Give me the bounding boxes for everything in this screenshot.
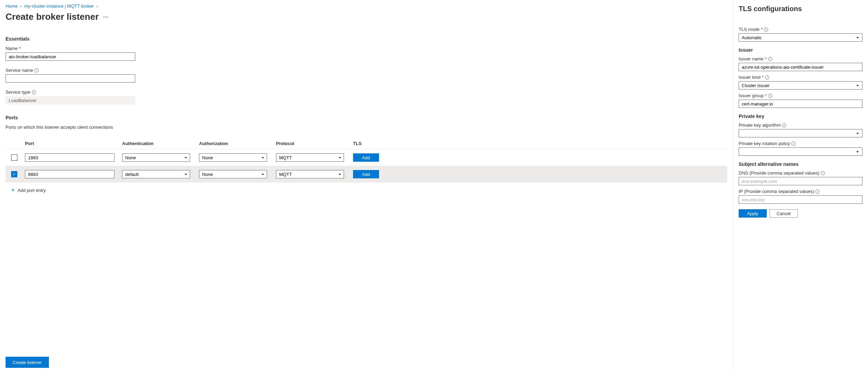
issuer-name-label-text: Issuer name — [739, 56, 764, 61]
name-field-group: Name * — [6, 46, 727, 61]
apply-button[interactable]: Apply — [739, 209, 767, 218]
ports-table: Port Authentication Authorization Protoc… — [6, 138, 727, 183]
info-icon[interactable]: i — [791, 142, 796, 146]
required-asterisk: * — [19, 46, 21, 51]
issuer-kind-label-text: Issuer kind — [739, 75, 760, 80]
ports-subtitle: Ports on which this listener accepts cli… — [6, 125, 727, 130]
add-port-entry-button[interactable]: + Add port entry — [11, 187, 727, 194]
name-label-text: Name — [6, 46, 18, 51]
issuer-group-label: Issuer group * i — [739, 93, 862, 98]
breadcrumb: Home › my-cluster-instance | MQTT broker… — [6, 3, 727, 9]
add-port-label: Add port entry — [18, 188, 46, 193]
info-icon[interactable]: i — [34, 68, 38, 73]
ip-label: IP (Provide comma separated values) i — [739, 189, 862, 194]
service-name-label-text: Service name — [6, 68, 33, 73]
required-asterisk: * — [762, 75, 764, 80]
tls-mode-select[interactable]: Automatic — [739, 33, 862, 42]
info-icon[interactable]: i — [782, 123, 786, 127]
proto-select[interactable]: MQTT — [276, 170, 344, 178]
tls-add-button[interactable]: Add — [353, 153, 379, 162]
service-type-input — [6, 96, 135, 104]
info-icon[interactable]: i — [768, 57, 772, 61]
breadcrumb-cluster[interactable]: my-cluster-instance | MQTT broker — [24, 3, 94, 9]
auth-select[interactable]: None — [122, 153, 190, 162]
name-input[interactable] — [6, 52, 135, 61]
service-name-input[interactable] — [6, 74, 135, 83]
ports-header: Port Authentication Authorization Protoc… — [6, 138, 727, 149]
issuer-heading: Issuer — [739, 47, 862, 53]
pk-algorithm-select[interactable] — [739, 129, 862, 137]
plus-icon: + — [11, 187, 15, 194]
required-asterisk: * — [765, 93, 767, 98]
col-header-port: Port — [25, 141, 122, 146]
info-icon[interactable]: i — [815, 189, 819, 194]
create-listener-button[interactable]: Create listener — [6, 357, 49, 368]
dns-label-text: DNS (Provide comma separated values) — [739, 170, 819, 176]
proto-select[interactable]: MQTT — [276, 153, 344, 162]
info-icon[interactable]: i — [821, 171, 825, 175]
col-header-authz: Authorization — [199, 141, 276, 146]
issuer-kind-select[interactable]: Cluster Issuer — [739, 81, 862, 90]
breadcrumb-home[interactable]: Home — [6, 3, 18, 9]
service-type-label: Service type i — [6, 90, 727, 95]
essentials-heading: Essentials — [6, 36, 727, 42]
more-actions-icon[interactable]: ⋯ — [103, 14, 109, 20]
ip-input[interactable] — [739, 195, 862, 204]
pk-rotation-label-text: Private key rotation policy — [739, 141, 790, 146]
panel-footer: Apply Cancel — [739, 209, 862, 218]
service-name-label: Service name i — [6, 68, 727, 73]
port-input[interactable] — [25, 170, 114, 178]
page-title-row: Create broker listener ⋯ — [6, 11, 727, 22]
dns-label: DNS (Provide comma separated values) i — [739, 170, 862, 176]
issuer-name-input[interactable] — [739, 63, 862, 71]
tls-mode-label-text: TLS mode — [739, 27, 759, 32]
required-asterisk: * — [761, 27, 763, 32]
issuer-kind-label: Issuer kind * i — [739, 75, 862, 80]
page-title: Create broker listener — [6, 11, 99, 22]
service-type-label-text: Service type — [6, 90, 31, 95]
col-header-auth: Authentication — [122, 141, 199, 146]
ip-label-text: IP (Provide comma separated values) — [739, 189, 814, 194]
port-input[interactable] — [25, 153, 114, 162]
pk-algorithm-label-text: Private key algorithm — [739, 122, 781, 128]
authz-select[interactable]: None — [199, 153, 267, 162]
tls-add-button[interactable]: Add — [353, 170, 379, 178]
table-row: None None MQTT Add — [6, 149, 727, 166]
san-heading: Subject alternative names — [739, 161, 862, 167]
chevron-right-icon: › — [20, 3, 22, 9]
pk-rotation-label: Private key rotation policy i — [739, 141, 862, 146]
required-asterisk: * — [765, 56, 767, 61]
authz-select[interactable]: None — [199, 170, 267, 178]
col-header-tls: TLS — [353, 141, 388, 146]
ports-heading: Ports — [6, 115, 727, 120]
row-checkbox[interactable] — [11, 154, 17, 161]
row-checkbox[interactable] — [11, 171, 17, 177]
table-row: default None MQTT Add — [6, 166, 727, 183]
service-name-field-group: Service name i — [6, 68, 727, 83]
info-icon[interactable]: i — [768, 94, 772, 98]
name-label: Name * — [6, 46, 727, 51]
chevron-right-icon: › — [96, 3, 98, 9]
cancel-button[interactable]: Cancel — [770, 209, 798, 218]
info-icon[interactable]: i — [765, 75, 769, 79]
issuer-name-label: Issuer name * i — [739, 56, 862, 61]
dns-input[interactable] — [739, 177, 862, 185]
info-icon[interactable]: i — [764, 27, 768, 32]
private-key-heading: Private key — [739, 113, 862, 119]
pk-algorithm-label: Private key algorithm i — [739, 122, 862, 128]
footer-bar: Create listener — [6, 353, 49, 372]
tls-config-panel: TLS configurations TLS mode * i Automati… — [733, 0, 868, 372]
issuer-group-input[interactable] — [739, 100, 862, 108]
tls-mode-label: TLS mode * i — [739, 27, 862, 32]
main-content: Home › my-cluster-instance | MQTT broker… — [0, 0, 733, 372]
panel-title: TLS configurations — [739, 5, 862, 13]
col-header-proto: Protocol — [276, 141, 353, 146]
info-icon[interactable]: i — [32, 90, 36, 94]
auth-select[interactable]: default — [122, 170, 190, 178]
issuer-group-label-text: Issuer group — [739, 93, 764, 98]
pk-rotation-select[interactable] — [739, 147, 862, 156]
service-type-field-group: Service type i — [6, 90, 727, 104]
